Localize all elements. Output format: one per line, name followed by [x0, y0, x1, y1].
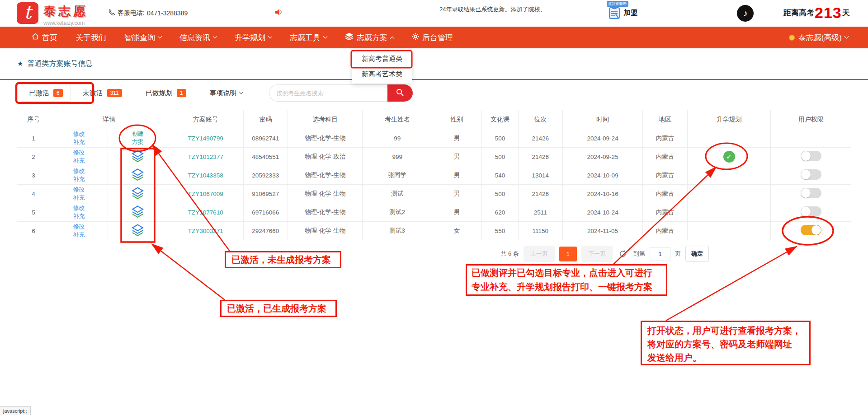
cell-subjects: 物理-化学-政治 [288, 148, 363, 166]
nav-item-升学规划[interactable]: 升学规划 [235, 33, 272, 43]
cell-region: 内蒙古 [643, 185, 687, 203]
current-page-button[interactable]: 1 [559, 247, 577, 261]
cell-plan-status [687, 185, 771, 203]
chevron-down-icon [844, 34, 849, 39]
dropdown-item-新高考普通类[interactable]: 新高考普通类 [352, 51, 412, 66]
cell-password: 20592333 [243, 166, 288, 185]
nav-item-后台管理[interactable]: 后台管理 [412, 33, 453, 43]
cell-plan-status [687, 129, 771, 148]
cell-plan-generated [108, 148, 168, 166]
account-link[interactable]: TZY1490799 [188, 135, 223, 142]
join-link[interactable]: 点我查看吧! 加盟 [609, 1, 637, 21]
link-补充[interactable]: 补充 [50, 231, 107, 239]
dropdown-item-新高考艺术类[interactable]: 新高考艺术类 [352, 66, 412, 82]
account-link[interactable]: TZY3003271 [188, 228, 223, 234]
link-修改[interactable]: 修改 [50, 149, 107, 157]
cell-permission [771, 129, 851, 148]
nav-item-信息资讯[interactable]: 信息资讯 [179, 33, 217, 43]
confirm-page-button[interactable]: 确定 [685, 246, 709, 262]
cell-password: 48540551 [243, 148, 288, 166]
link-修改[interactable]: 修改 [50, 204, 107, 212]
account-link[interactable]: TZY1077610 [188, 209, 223, 216]
nav-item-智能查询[interactable]: 智能查询 [124, 33, 161, 43]
create-plan-link[interactable]: 创建方案 [132, 130, 144, 146]
permission-toggle[interactable] [801, 206, 821, 217]
notes-dropdown[interactable]: 事项说明 [210, 89, 243, 98]
douyin-icon[interactable]: ♪ [737, 5, 754, 22]
cell-student-name: 测试 [363, 185, 432, 203]
brand-url: www.ketaizy.com [43, 20, 88, 26]
nav-item-label: 后台管理 [422, 33, 453, 43]
layers-icon[interactable] [132, 175, 144, 182]
link-修改[interactable]: 修改 [50, 186, 107, 194]
link-修改[interactable]: 修改 [50, 223, 107, 231]
layers-icon[interactable] [132, 231, 144, 238]
account-link[interactable]: TZY1043358 [188, 172, 223, 179]
layers-icon[interactable] [132, 212, 144, 219]
permission-toggle[interactable] [801, 188, 821, 198]
layers-icon[interactable] [132, 157, 144, 163]
goto-page-input[interactable] [650, 247, 670, 261]
search-input[interactable] [269, 84, 387, 102]
account-link[interactable]: TZY1067009 [188, 191, 223, 197]
link-补充[interactable]: 补充 [50, 212, 107, 220]
announcement-marquee: 24年录取结果已系统更新。添加了院校、专业 [286, 3, 542, 16]
chevron-down-icon [268, 34, 273, 39]
nav-item-label: 首页 [42, 33, 57, 43]
link-补充[interactable]: 补充 [50, 138, 107, 146]
link-补充[interactable]: 补充 [50, 194, 107, 202]
link-修改[interactable]: 修改 [50, 130, 107, 138]
plan-dropdown-menu: 新高考普通类新高考艺术类 [352, 49, 412, 84]
cell-gender: 男 [432, 185, 481, 203]
nav-item-关于我们[interactable]: 关于我们 [75, 33, 106, 43]
tab-count-badge: 1 [177, 89, 186, 97]
tab-count-badge: 6 [53, 89, 63, 97]
join-label: 加盟 [624, 9, 637, 17]
cell-index: 3 [17, 166, 50, 185]
link-补充[interactable]: 补充 [50, 175, 107, 183]
permission-toggle[interactable] [801, 169, 821, 180]
cell-subjects: 物理-化学-生物 [288, 166, 363, 185]
layers-icon[interactable] [132, 194, 144, 201]
cell-region: 内蒙古 [643, 203, 687, 222]
cell-student-name: 999 [363, 148, 432, 166]
refresh-icon[interactable] [619, 250, 627, 258]
nav-user-menu[interactable]: 泰志愿(高级) [788, 32, 848, 43]
nav-item-志愿工具[interactable]: 志愿工具 [290, 33, 327, 43]
nav-item-志愿方案[interactable]: 志愿方案 [345, 33, 394, 43]
link-修改[interactable]: 修改 [50, 167, 107, 175]
cell-rank: 13014 [518, 166, 562, 185]
clipboard-icon [609, 6, 620, 21]
speaker-icon [275, 9, 283, 18]
tab-未激活[interactable]: 未激活311 [83, 89, 122, 98]
permission-toggle[interactable] [801, 225, 821, 235]
tab-已激活[interactable]: 已激活6 [29, 89, 63, 98]
account-link[interactable]: TZY1012377 [188, 154, 223, 160]
brand-logo[interactable]: t [17, 2, 38, 24]
search-button[interactable] [387, 84, 413, 102]
cell-plan-status [687, 222, 771, 240]
prev-page-button[interactable]: 上一页 [524, 246, 555, 262]
link-补充[interactable]: 补充 [50, 157, 107, 165]
phone-icon [108, 9, 115, 17]
cell-account: TZY1077610 [168, 203, 244, 222]
cell-date: 2024-09-25 [562, 148, 643, 166]
nav-item-首页[interactable]: 首页 [32, 33, 57, 43]
star-icon: ★ [17, 60, 23, 68]
permission-toggle[interactable] [801, 151, 821, 161]
check-icon[interactable]: ✓ [723, 151, 735, 163]
next-page-button[interactable]: 下一页 [581, 246, 613, 262]
annotation-box-assessment: 已做测评并已勾选目标专业，点击进入可进行 专业补充、升学规划报告打印、一键报考方… [466, 264, 667, 296]
cell-student-name: 张同学 [363, 166, 432, 185]
column-header-时间: 时间 [562, 110, 643, 129]
annotation-line: 将对应的方案号、密码及老师端网址 [647, 337, 804, 351]
cell-date: 2024-10-09 [562, 166, 643, 185]
column-header-文化课: 文化课 [482, 110, 518, 129]
active-tab-card[interactable]: 已激活6 [21, 85, 71, 102]
chevron-down-icon [158, 34, 162, 39]
cell-detail-links: 修改补充 [50, 203, 108, 222]
tab-已做规划[interactable]: 已做规划1 [146, 89, 186, 98]
cell-rank: 2511 [518, 203, 562, 222]
column-header-方案账号: 方案账号 [168, 110, 244, 129]
cell-date: 2024-10-24 [562, 203, 643, 222]
